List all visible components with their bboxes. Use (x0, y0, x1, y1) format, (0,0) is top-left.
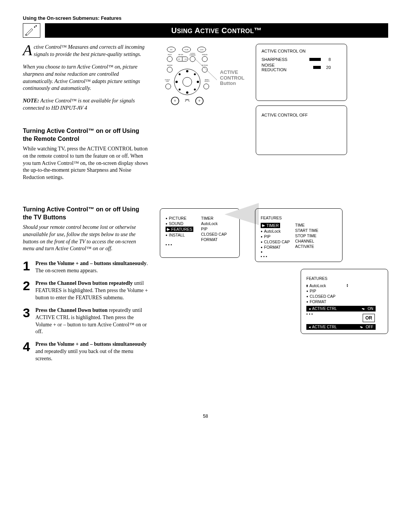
menu-item: ● PIP (306, 288, 348, 294)
step-item: 3Press the Channel Down button repeatedl… (23, 307, 148, 336)
pencil-icon (23, 23, 40, 38)
svg-text:+: + (174, 98, 177, 104)
menu-value: ACTIVATE (295, 244, 319, 249)
menu-item: FORMAT (201, 237, 227, 242)
menu-item: ⧫▸FEATURES (166, 226, 193, 232)
menu-item: ● FORMAT (306, 299, 348, 304)
menu-item: ⧫ AutoLock▴▾ (306, 283, 348, 288)
menu-item: ● PIP (261, 234, 290, 239)
svg-point-24 (186, 70, 188, 72)
menu-item: PIP (201, 226, 227, 232)
osd-active-off: ACTIVE CONTROL OFF (256, 105, 347, 155)
menu-item: ● PICTURE (166, 216, 193, 221)
figure-column: TV VCR ACC SWAP PIP ON ACTIVE CONTROL FR… (160, 44, 388, 368)
step-number: 1 (23, 260, 30, 275)
svg-point-37 (204, 84, 209, 89)
svg-text:SWAP: SWAP (168, 54, 172, 56)
menu-item: ● CLOSED CAP (261, 239, 290, 244)
menu-item: ● AutoLock (261, 228, 290, 234)
step-item: 2Press the Channel Down button repeatedl… (23, 280, 148, 302)
osd-active-on: ACTIVE CONTROL ON SHARPNESS8NOISE REDUCT… (256, 44, 347, 101)
svg-text:TV: TV (170, 49, 173, 51)
menu-item: ● CLOSED CAP (306, 294, 348, 299)
svg-point-21 (202, 67, 207, 72)
menu-item: ● FORMAT (261, 244, 290, 250)
step-text: Press the Channel Down button repeatedly… (35, 280, 148, 302)
svg-point-31 (194, 89, 196, 91)
menu-item: ● INSTALL (166, 232, 193, 238)
step-number: 4 (23, 341, 30, 363)
svg-point-25 (186, 91, 188, 94)
menu-item: ● (261, 250, 290, 254)
corner-dots-icon: ▪ ▪ ▪ (166, 242, 234, 247)
svg-text:ACC: ACC (200, 49, 204, 51)
breadcrumb: Using the On-screen Submenus: Features (23, 15, 388, 21)
step-item: 1Press the Volume + and – buttons simult… (23, 260, 148, 275)
step-number: 3 (23, 307, 30, 336)
step-text: Press the Volume + and – buttons simulta… (35, 341, 148, 363)
active-control-callout: ACTIVE CONTROL Button (220, 70, 244, 87)
or-label: OR (363, 314, 375, 322)
svg-text:+: + (198, 98, 201, 104)
tv-intro: Should your remote control become lost o… (23, 224, 148, 253)
body-column: Active Control™ Measures and corrects al… (23, 44, 148, 368)
menu-features-timer: FEATURES ⧫▸TIMER● AutoLock● PIP● CLOSED … (255, 208, 342, 262)
step-text: Press the Channel Down button repeatedly… (35, 307, 148, 336)
svg-point-34 (166, 84, 171, 89)
svg-text:CH: CH (185, 58, 187, 60)
svg-text:CH: CH (178, 58, 180, 60)
menu-features-active-ctrl: FEATURES ⧫ AutoLock▴▾● PIP● CLOSED CAP● … (301, 269, 388, 334)
svg-point-28 (179, 73, 181, 75)
note-text: NOTE: Active Control™ is not available f… (23, 97, 148, 112)
svg-text:FREEZE: FREEZE (202, 54, 208, 56)
svg-point-22 (174, 69, 200, 95)
menu-value: TIME (295, 222, 319, 228)
step-item: 4Press the Volume + and – buttons simult… (23, 341, 148, 363)
svg-text:SELECT: SELECT (205, 81, 210, 82)
menu-item: ⧫▸TIMER (261, 222, 290, 228)
svg-point-26 (175, 81, 178, 83)
svg-text:SOUND: SOUND (167, 64, 172, 66)
page-title: USING ACTIVE CONTROL™ (45, 23, 388, 38)
svg-text:PIP ON: PIP ON (178, 54, 183, 56)
svg-point-27 (197, 81, 199, 83)
svg-text:VCR: VCR (185, 49, 189, 51)
menu-value: CHANNEL (295, 238, 319, 244)
heading-remote: Turning Active Control™ on or off Using … (23, 127, 148, 143)
svg-text:CONTROL: CONTROL (190, 54, 196, 56)
corner-dots-icon: ▪ ▪ ▪ (261, 254, 337, 259)
menu-value (295, 249, 319, 250)
svg-point-11 (167, 56, 172, 62)
svg-point-23 (183, 77, 192, 86)
menu-item: AutoLock (201, 221, 227, 226)
remote-figure: TV VCR ACC SWAP PIP ON ACTIVE CONTROL FR… (160, 44, 244, 112)
step-number: 2 (23, 280, 30, 302)
remote-illustration: TV VCR ACC SWAP PIP ON ACTIVE CONTROL FR… (160, 44, 217, 112)
intro-paragraph-2: When you choose to turn Active Control™ … (23, 64, 148, 93)
svg-point-30 (179, 89, 181, 91)
intro-paragraph-1: Active Control™ Measures and corrects al… (23, 44, 148, 58)
step-text: Press the Volume + and – buttons simulta… (35, 260, 148, 275)
svg-text:EXIT: EXIT (166, 81, 169, 82)
menu-item: TIMER (201, 216, 227, 221)
menu-item: CLOSED CAP (201, 232, 227, 237)
steps-list: 1Press the Volume + and – buttons simult… (23, 260, 148, 363)
svg-point-12 (190, 56, 195, 62)
svg-point-20 (167, 67, 172, 72)
heading-tv-buttons: Turning Active Control™ on or off Using … (23, 206, 148, 222)
page-number: 58 (23, 414, 388, 419)
menu-value: START TIME (295, 228, 319, 233)
svg-line-43 (195, 59, 217, 80)
svg-point-13 (202, 56, 207, 62)
menu-item: ● SOUND (166, 221, 193, 226)
svg-point-29 (194, 73, 196, 75)
menu-value: STOP TIME (295, 233, 319, 238)
page-header: USING ACTIVE CONTROL™ (23, 23, 388, 38)
remote-body: While watching TV, press the ACTIVE CONT… (23, 145, 148, 181)
